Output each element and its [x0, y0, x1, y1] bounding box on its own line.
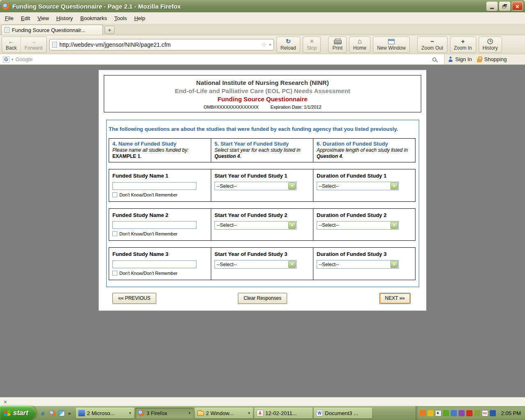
zoom-out-label: Zoom Out — [421, 45, 443, 51]
column-title: 4. Name of Funded Study — [112, 141, 208, 147]
restore-button[interactable] — [499, 2, 510, 11]
statusbar-close-icon[interactable]: × — [4, 399, 7, 405]
url-bar[interactable]: http://webdev-vm/jgensor/NINR/page21.cfm… — [49, 39, 274, 50]
dont-know-checkbox-1[interactable] — [112, 192, 117, 197]
menu-edit[interactable]: Edit — [18, 14, 33, 23]
menu-view[interactable]: View — [34, 14, 52, 23]
microsoft-app-icon — [78, 410, 85, 416]
tab-bar: Funding Source Questionnair... + — [0, 24, 525, 35]
tab-label: Funding Source Questionnair... — [12, 27, 85, 33]
tray-icon-6[interactable] — [459, 410, 465, 416]
task-word-document[interactable]: W Document3 ... — [314, 408, 372, 418]
page-favicon-icon — [5, 27, 9, 33]
quick-launch-show-desktop-icon[interactable] — [59, 410, 65, 416]
tray-icon-8[interactable] — [474, 410, 480, 416]
print-button[interactable]: Print — [328, 37, 347, 53]
url-dropdown-icon[interactable]: ▾ — [269, 43, 271, 47]
select-arrow-icon[interactable]: ▼ — [288, 183, 296, 189]
zoom-in-button[interactable]: + Zoom In — [450, 37, 476, 53]
home-button[interactable]: ⌂ Home — [349, 37, 370, 53]
task-pdf-document[interactable]: A 12-02-2011... — [254, 408, 313, 418]
select-arrow-icon[interactable]: ▼ — [390, 261, 398, 268]
duration-select-3[interactable]: --Select-- ▼ — [317, 260, 399, 269]
menu-tools[interactable]: Tools — [111, 14, 130, 23]
column-desc-suffix: . — [240, 153, 241, 159]
history-button[interactable]: History — [479, 37, 502, 53]
stop-button[interactable]: × Stop — [303, 37, 321, 53]
shopping-icon — [477, 57, 482, 62]
previous-button[interactable]: «« PREVIOUS — [112, 293, 156, 304]
reload-button[interactable]: ↻ Reload — [276, 37, 300, 53]
new-tab-button[interactable]: + — [105, 26, 114, 34]
select-arrow-icon[interactable]: ▼ — [288, 222, 296, 229]
study-name-input-1[interactable] — [112, 182, 196, 190]
form-header: National Institute of Nursing Research (… — [104, 75, 421, 112]
start-button[interactable]: start — [0, 406, 36, 420]
select-arrow-icon[interactable]: ▼ — [390, 183, 398, 189]
task-firefox-group[interactable]: 3 Firefox ▼ — [135, 408, 194, 418]
tray-icon-10[interactable] — [490, 410, 496, 416]
column-header-year: 5. Start Year of Funded Study Select sta… — [211, 138, 313, 162]
start-year-label: Start Year of Funded Study 1 — [215, 173, 310, 179]
duration-select-1[interactable]: --Select-- ▼ — [317, 182, 399, 190]
minimize-button[interactable] — [486, 2, 498, 11]
tray-icon-7[interactable] — [466, 410, 472, 416]
quick-launch-overflow-icon[interactable]: » — [68, 410, 71, 416]
close-button[interactable]: × — [512, 2, 523, 11]
task-windows-explorer-group[interactable]: 2 Window... ▼ — [195, 408, 253, 418]
start-year-select-2[interactable]: --Select-- ▼ — [215, 221, 297, 230]
shopping-link[interactable]: Shopping — [484, 56, 507, 62]
next-button[interactable]: NEXT »» — [379, 293, 411, 304]
google-icon[interactable]: G — [3, 56, 9, 63]
stop-icon: × — [310, 38, 313, 45]
select-arrow-icon[interactable]: ▼ — [288, 261, 296, 268]
tray-icon-4[interactable] — [443, 410, 449, 416]
dont-know-checkbox-2[interactable] — [112, 231, 117, 236]
intro-text: The following questions are about the st… — [109, 126, 415, 133]
taskbar: start e » 2 Microso... ▼ 3 Firefox ▼ 2 W… — [0, 406, 525, 420]
study-name-input-2[interactable] — [112, 221, 196, 229]
start-year-select-1[interactable]: --Select-- ▼ — [215, 182, 297, 190]
menu-file[interactable]: File — [2, 14, 17, 23]
tab-funding-source-questionnaire[interactable]: Funding Source Questionnair... — [1, 25, 103, 35]
bookmark-star-icon[interactable]: ☆ — [261, 41, 267, 48]
menu-history[interactable]: History — [53, 14, 76, 23]
dont-know-label: Don't Know/Don't Remember — [119, 192, 178, 197]
menu-bookmarks[interactable]: Bookmarks — [77, 14, 110, 23]
tray-icon-2[interactable] — [427, 410, 434, 416]
home-icon: ⌂ — [358, 38, 362, 45]
tray-icon-v2[interactable]: V2 — [482, 410, 488, 416]
start-year-select-3[interactable]: --Select-- ▼ — [215, 260, 297, 269]
tray-icon-1[interactable] — [420, 410, 426, 416]
zoom-out-button[interactable]: − Zoom Out — [417, 37, 447, 53]
forward-icon: → — [30, 38, 37, 45]
questionnaire-title: Funding Source Questionnaire — [104, 95, 421, 103]
search-icon[interactable] — [432, 57, 436, 62]
forward-button[interactable]: → Forward — [21, 37, 46, 52]
stop-label: Stop — [307, 45, 317, 51]
dont-know-checkbox-3[interactable] — [112, 271, 117, 276]
column-header-name: 4. Name of Funded Study Please name all … — [109, 138, 211, 162]
quick-launch-firefox-icon[interactable] — [49, 410, 55, 416]
tray-icon-5[interactable] — [451, 410, 457, 416]
engine-dropdown-icon[interactable]: ▾ — [11, 57, 14, 62]
firefox-task-icon — [138, 410, 144, 416]
task-microsoft-group[interactable]: 2 Microso... ▼ — [76, 408, 134, 418]
search-input[interactable]: G ▾ Google — [0, 54, 445, 64]
study-name-input-3[interactable] — [112, 260, 196, 268]
back-button[interactable]: ← Back — [2, 37, 21, 52]
sign-in-link[interactable]: Sign In — [455, 56, 472, 62]
tray-icon-kaspersky[interactable]: K — [435, 410, 441, 416]
duration-select-2[interactable]: --Select-- ▼ — [317, 221, 399, 230]
task-label: 2 Microso... — [87, 410, 126, 416]
pdf-icon: A — [257, 410, 263, 416]
clear-responses-button[interactable]: Clear Responses — [238, 293, 287, 304]
menu-bar: File Edit View History Bookmarks Tools H… — [0, 12, 525, 24]
zoom-in-label: Zoom In — [454, 45, 472, 51]
quick-launch-browser-icon[interactable]: e — [40, 410, 46, 416]
url-text[interactable]: http://webdev-vm/jgensor/NINR/page21.cfm — [59, 41, 259, 48]
select-arrow-icon[interactable]: ▼ — [390, 222, 398, 229]
menu-help[interactable]: Help — [131, 14, 148, 23]
reload-label: Reload — [281, 45, 296, 51]
new-window-button[interactable]: New Window — [373, 37, 410, 53]
